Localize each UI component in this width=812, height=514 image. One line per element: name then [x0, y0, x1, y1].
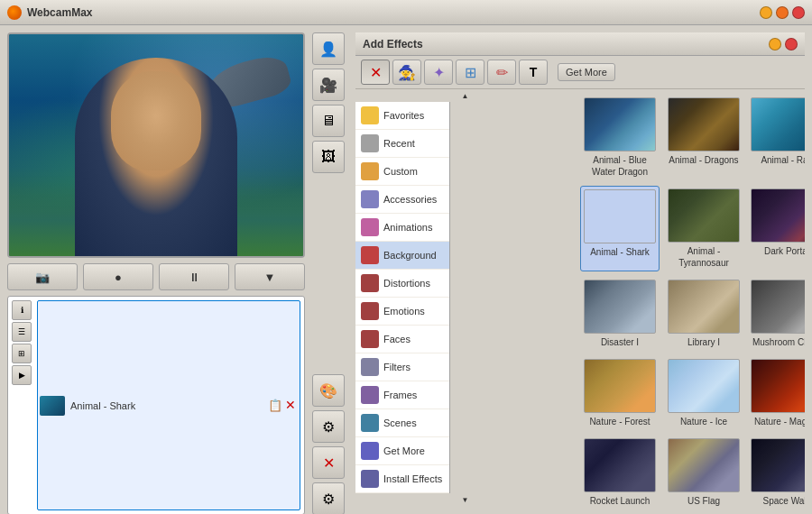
gear-side-btn[interactable]: ⚙ [312, 482, 345, 514]
add-effect-btn[interactable]: ⊞ [456, 60, 484, 85]
effects-close-btn[interactable] [785, 38, 798, 50]
effect-cell-trex[interactable]: Animal - Tyrannosaur [665, 186, 743, 271]
video-background [9, 34, 303, 256]
category-label-accessories: Accessories [383, 194, 437, 205]
effect-cell-rocket[interactable]: Rocket Launch [580, 436, 660, 509]
effect-cell-blue-water-dragon[interactable]: Animal - Blue Water Dragon [580, 95, 660, 180]
category-icon-recent [361, 134, 379, 152]
effect-cell-ray[interactable]: Animal - Ray [748, 95, 805, 180]
effect-thumb-disaster [584, 280, 656, 334]
category-item-accessories[interactable]: Accessories [355, 186, 449, 214]
effect-thumb-trex [668, 188, 740, 243]
category-item-distortions[interactable]: Distortions [355, 270, 449, 298]
effect-label-shark: Animal - Shark [590, 246, 650, 258]
add-effects-panel: Add Effects ✕ 🧙 ✦ ⊞ ✏ T Get More [355, 32, 805, 514]
effect-label-ray: Animal - Ray [761, 154, 805, 166]
effect-label-dragons: Animal - Dragons [669, 154, 738, 166]
effect-cell-library[interactable]: Library I [665, 277, 743, 351]
effect-label-disaster: Disaster I [601, 336, 639, 348]
effect-cell-dark-portal[interactable]: Dark Portal [748, 186, 805, 271]
effect-cell-mushroom[interactable]: Mushroom Cloud [748, 277, 805, 351]
content-area: 📷 ● ⏸ ▼ ℹ ☰ ⊞ ▶ Animal - Shark [0, 25, 812, 514]
photo-side-btn[interactable]: 🖼 [312, 141, 345, 173]
effect-cell-dragons[interactable]: Animal - Dragons [665, 95, 743, 180]
minimize-button[interactable] [760, 6, 772, 19]
category-item-install[interactable]: Install Effects [355, 465, 449, 493]
category-scroll-up[interactable]: ▲ [355, 89, 575, 102]
camera-button[interactable]: 📷 [7, 263, 78, 290]
wand-effect-btn[interactable]: 🧙 [392, 60, 421, 85]
effect-label-flag: US Flag [687, 495, 720, 507]
list-icon-btn[interactable]: ☰ [12, 322, 32, 342]
category-item-recent[interactable]: Recent [355, 130, 449, 158]
category-item-emotions[interactable]: Emotions [355, 298, 449, 326]
effect-cell-flag[interactable]: US Flag [665, 436, 743, 509]
record-button[interactable]: ● [83, 263, 153, 290]
category-scroll-down[interactable]: ▼ [355, 493, 575, 506]
category-item-scenes[interactable]: Scenes [355, 409, 449, 437]
remove-effect-btn[interactable]: ✕ [285, 399, 298, 411]
category-icon-emotions [361, 302, 379, 320]
effect-thumb-library [668, 280, 740, 334]
category-icon-scenes [361, 414, 379, 432]
category-item-faces[interactable]: Faces [355, 326, 449, 353]
effect-thumb-nature-ice [668, 359, 740, 413]
screen-side-btn[interactable]: 🖥 [312, 105, 345, 137]
category-item-custom[interactable]: Custom [355, 158, 449, 186]
category-scroll-wrapper: ▲ FavoritesRecentCustomAccessoriesAnimat… [355, 89, 575, 514]
active-effect-row[interactable]: Animal - Shark 📋 ✕ [37, 300, 300, 510]
text-effect-btn[interactable]: T [519, 60, 548, 85]
remove-side-btn[interactable]: ✕ [312, 446, 345, 479]
effect-thumb-blue-water-dragon [584, 97, 656, 151]
effects-minimize-btn[interactable] [769, 38, 781, 50]
pause-button[interactable]: ⏸ [159, 263, 229, 290]
maximize-button[interactable] [776, 6, 789, 19]
effects-title: Add Effects [363, 38, 423, 50]
effect-cell-disaster[interactable]: Disaster I [580, 277, 660, 351]
effect-label-space: Space Walk [763, 495, 806, 507]
active-effect-name: Animal - Shark [70, 400, 263, 411]
category-icon-get-more [361, 442, 379, 460]
effect-thumb-ray [751, 97, 805, 151]
effects-body: ▲ FavoritesRecentCustomAccessoriesAnimat… [355, 89, 805, 514]
effects-toolbar: ✕ 🧙 ✦ ⊞ ✏ T Get More [355, 56, 805, 89]
delete-effect-btn[interactable]: ✕ [361, 60, 390, 85]
copy-effect-btn[interactable]: 📋 [268, 399, 282, 412]
effect-cell-space[interactable]: Space Walk [748, 436, 805, 509]
settings-side-btn[interactable]: ⚙ [312, 410, 345, 443]
category-list: FavoritesRecentCustomAccessoriesAnimatio… [355, 102, 450, 493]
category-label-favorites: Favorites [383, 110, 424, 121]
effect-cell-nature-magma[interactable]: Nature - Magma [748, 356, 805, 430]
effect-cell-nature-forest[interactable]: Nature - Forest [580, 356, 660, 430]
category-item-frames[interactable]: Frames [355, 381, 449, 409]
grid-icon-btn[interactable]: ⊞ [12, 344, 32, 363]
category-icon-faces [361, 330, 379, 348]
paint-side-btn[interactable]: 🎨 [312, 374, 345, 407]
category-icon-favorites [361, 106, 379, 124]
effect-thumb-mushroom [751, 280, 805, 334]
close-button[interactable] [792, 6, 805, 19]
sparkle-effect-btn[interactable]: ✦ [424, 60, 453, 85]
user-side-btn[interactable]: 👤 [312, 32, 345, 65]
category-item-favorites[interactable]: Favorites [355, 102, 449, 130]
category-item-animations[interactable]: Animations [355, 214, 449, 242]
category-label-install: Install Effects [383, 473, 442, 484]
title-bar: WebcamMax [0, 0, 812, 25]
edit-effect-btn[interactable]: ✏ [487, 60, 516, 85]
category-item-get-more[interactable]: Get More [355, 437, 449, 465]
video-side-btn[interactable]: 🎥 [312, 69, 345, 101]
effect-cell-shark[interactable]: Animal - Shark [580, 186, 660, 271]
effect-icon-buttons: ℹ ☰ ⊞ ▶ [12, 300, 32, 510]
film-icon-btn[interactable]: ▶ [12, 365, 32, 385]
effect-cell-nature-ice[interactable]: Nature - Ice [665, 356, 743, 430]
download-button[interactable]: ▼ [235, 263, 305, 290]
category-item-background[interactable]: Background [355, 242, 449, 270]
get-more-btn[interactable]: Get More [558, 63, 615, 81]
category-icon-distortions [361, 274, 379, 292]
middle-sidebar: 👤 🎥 🖥 🖼 🎨 ⚙ ✕ ⚙ [312, 32, 348, 514]
info-icon-btn[interactable]: ℹ [12, 300, 32, 320]
category-item-filters[interactable]: Filters [355, 353, 449, 381]
category-icon-frames [361, 386, 379, 404]
category-label-emotions: Emotions [383, 306, 425, 317]
effect-label-nature-ice: Nature - Ice [680, 416, 727, 427]
